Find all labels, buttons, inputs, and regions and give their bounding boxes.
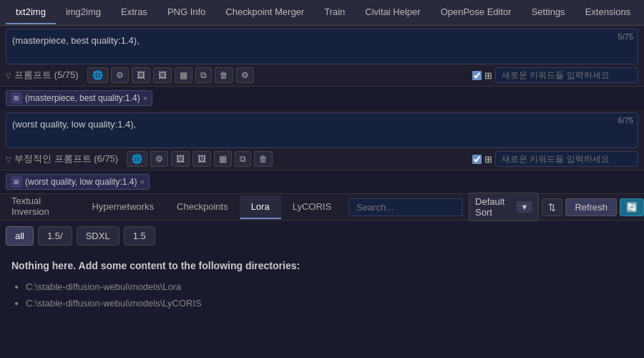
positive-trash-btn[interactable]: 🗑 bbox=[215, 67, 233, 83]
tab-checkpoints[interactable]: Checkpoints bbox=[165, 195, 240, 219]
tab-extras[interactable]: Extras bbox=[111, 1, 157, 24]
positive-checkbox[interactable] bbox=[472, 71, 482, 80]
negative-prompt-toolbar: ▽ 부정적인 프롬프트 (6/75) 🌐 ⚙ 🖼 🖼 ▦ ⧉ 🗑 ⊞ bbox=[0, 148, 644, 170]
tab-settings[interactable]: Settings bbox=[522, 1, 575, 24]
positive-label-text: 프롬프트 (5/75) bbox=[14, 69, 79, 82]
positive-tag-icon[interactable]: ⊞ bbox=[11, 92, 22, 104]
negative-checkbox-wrapper: ⊞ bbox=[472, 154, 492, 165]
negative-globe-btn[interactable]: 🌐 bbox=[127, 151, 147, 167]
positive-settings-btn[interactable]: ⚙ bbox=[111, 67, 129, 83]
empty-heading: Nothing here. Add some content to the fo… bbox=[11, 260, 633, 271]
tab-textual-inversion[interactable]: Textual Inversion bbox=[0, 190, 80, 224]
positive-prompt-text[interactable]: (masterpiece, best quality:1.4), 5/75 bbox=[6, 29, 638, 64]
directories-list: C:\stable-diffusion-webui\models\Lora C:… bbox=[11, 279, 633, 312]
tab-hypernetworks[interactable]: Hypernetworks bbox=[80, 195, 165, 219]
tab-lora[interactable]: Lora bbox=[240, 195, 281, 219]
lora-search-input[interactable] bbox=[348, 198, 463, 216]
tab-img2img[interactable]: img2img bbox=[56, 1, 111, 24]
negative-keyword-input[interactable] bbox=[495, 151, 638, 167]
sort-arrow-icon: ▼ bbox=[517, 201, 533, 213]
empty-content: Nothing here. Add some content to the fo… bbox=[0, 251, 644, 321]
positive-prompt-content: (masterpiece, best quality:1.4), bbox=[12, 35, 140, 46]
sort-label: Default Sort bbox=[475, 196, 512, 218]
positive-copy-btn[interactable]: ⧉ bbox=[195, 67, 212, 83]
filter-1-5-slash[interactable]: 1.5/ bbox=[38, 226, 72, 246]
positive-grid-btn[interactable]: ▦ bbox=[175, 67, 192, 83]
extra-tabs-bar: Textual Inversion Hypernetworks Checkpoi… bbox=[0, 193, 644, 221]
negative-tags: ⊞ (worst quality, low quality:1.4) × bbox=[0, 170, 644, 193]
filter-1-5[interactable]: 1.5 bbox=[124, 226, 155, 246]
positive-tags: ⊞ (masterpiece, best quality:1.4) × bbox=[0, 87, 644, 110]
tab-openpose-editor[interactable]: OpenPose Editor bbox=[431, 1, 522, 24]
negative-prompt-content: (worst quality, low quality:1.4), bbox=[12, 119, 136, 130]
directory-lycoris: C:\stable-diffusion-webui\models\LyCORIS bbox=[26, 295, 633, 311]
tab-txt2img[interactable]: txt2img bbox=[6, 1, 56, 24]
positive-gear2-btn[interactable]: ⚙ bbox=[236, 67, 254, 83]
positive-prompt-wrapper: (masterpiece, best quality:1.4), 5/75 bbox=[0, 26, 644, 64]
sort-order-button[interactable]: ⇅ bbox=[542, 198, 562, 216]
top-tabs-bar: txt2img img2img Extras PNG Info Checkpoi… bbox=[0, 0, 644, 26]
filter-all[interactable]: all bbox=[6, 226, 34, 246]
negative-checkbox-icon: ⊞ bbox=[484, 154, 492, 165]
positive-image-btn[interactable]: 🖼 bbox=[132, 67, 150, 83]
negative-settings-btn[interactable]: ⚙ bbox=[150, 151, 168, 167]
positive-checkbox-icon: ⊞ bbox=[484, 70, 492, 81]
positive-globe-btn[interactable]: 🌐 bbox=[87, 67, 108, 83]
tab-civitai-helper[interactable]: Civitai Helper bbox=[355, 1, 430, 24]
negative-label-text: 부정적인 프롬프트 (6/75) bbox=[14, 153, 118, 165]
negative-prompt-wrapper: (worst quality, low quality:1.4), 6/75 bbox=[0, 110, 644, 148]
negative-copy-btn[interactable]: ⧉ bbox=[235, 151, 251, 167]
negative-prompt-label: ▽ 부정적인 프롬프트 (6/75) bbox=[6, 153, 118, 165]
sync-button[interactable]: 🔄 bbox=[620, 198, 644, 216]
positive-tag-text: (masterpiece, best quality:1.4) bbox=[25, 93, 140, 103]
positive-keyword-input[interactable] bbox=[495, 67, 638, 83]
negative-image2-btn[interactable]: 🖼 bbox=[192, 151, 211, 167]
positive-checkbox-wrapper: ⊞ bbox=[472, 70, 492, 81]
filter-sdxl[interactable]: SDXL bbox=[77, 226, 119, 246]
negative-prompt-counter: 6/75 bbox=[618, 116, 633, 125]
negative-tag-close[interactable]: × bbox=[140, 178, 145, 186]
negative-checkbox[interactable] bbox=[472, 155, 482, 164]
sort-dropdown[interactable]: Default Sort ▼ bbox=[469, 193, 539, 221]
positive-collapse-icon[interactable]: ▽ bbox=[6, 72, 11, 79]
negative-tag-item: ⊞ (worst quality, low quality:1.4) × bbox=[6, 174, 150, 190]
positive-tag-close[interactable]: × bbox=[143, 94, 147, 102]
negative-grid-btn[interactable]: ▦ bbox=[214, 151, 232, 167]
tab-checkpoint-merger[interactable]: Checkpoint Merger bbox=[215, 1, 314, 24]
tab-extensions[interactable]: Extensions bbox=[575, 1, 641, 24]
positive-prompt-label: ▽ 프롬프트 (5/75) bbox=[6, 69, 79, 82]
negative-prompt-text[interactable]: (worst quality, low quality:1.4), 6/75 bbox=[6, 112, 638, 148]
tab-lycoris[interactable]: LyCORIS bbox=[281, 195, 343, 219]
negative-tag-text: (worst quality, low quality:1.4) bbox=[25, 177, 137, 187]
positive-tag-item: ⊞ (masterpiece, best quality:1.4) × bbox=[6, 90, 152, 106]
negative-tag-icon[interactable]: ⊞ bbox=[11, 176, 22, 188]
negative-image-btn[interactable]: 🖼 bbox=[171, 151, 190, 167]
negative-collapse-icon[interactable]: ▽ bbox=[6, 155, 11, 163]
refresh-button[interactable]: Refresh bbox=[565, 198, 617, 216]
directory-lora: C:\stable-diffusion-webui\models\Lora bbox=[26, 279, 633, 295]
filter-bar: all 1.5/ SDXL 1.5 bbox=[0, 221, 644, 251]
tab-png-info[interactable]: PNG Info bbox=[157, 1, 215, 24]
positive-prompt-counter: 5/75 bbox=[618, 32, 633, 41]
tab-train[interactable]: Train bbox=[314, 1, 355, 24]
negative-trash-btn[interactable]: 🗑 bbox=[254, 151, 273, 167]
positive-image2-btn[interactable]: 🖼 bbox=[153, 67, 172, 83]
positive-prompt-toolbar: ▽ 프롬프트 (5/75) 🌐 ⚙ 🖼 🖼 ▦ ⧉ 🗑 ⚙ ⊞ bbox=[0, 64, 644, 87]
